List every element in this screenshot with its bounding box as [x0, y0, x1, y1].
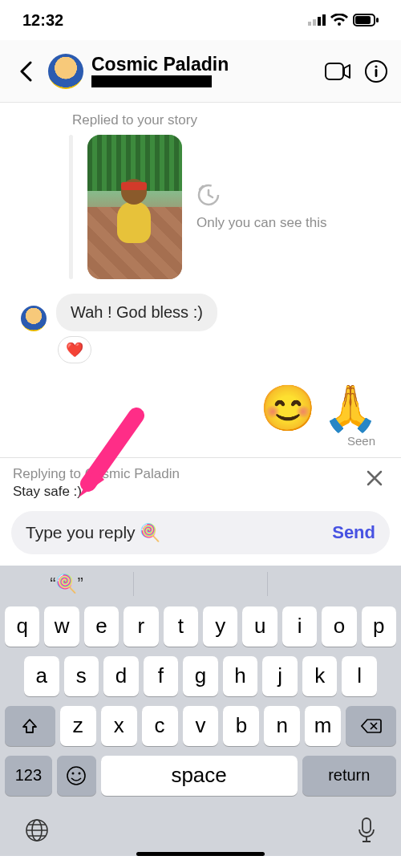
- composer: Send: [0, 505, 401, 566]
- story-reply-label: Replied to your story: [72, 112, 388, 128]
- key-w[interactable]: w: [44, 606, 79, 647]
- svg-rect-7: [326, 63, 343, 79]
- status-time: 12:32: [22, 11, 63, 30]
- svg-rect-1: [313, 19, 316, 26]
- key-a[interactable]: a: [24, 656, 59, 696]
- key-emoji[interactable]: [57, 756, 96, 796]
- reply-context-bar: Replying to Cosmic Paladin Stay safe :): [0, 457, 401, 505]
- svg-rect-3: [322, 14, 326, 26]
- keyboard-row-2: a s d f g h j k l: [5, 656, 396, 696]
- key-g[interactable]: g: [183, 656, 218, 696]
- message-input[interactable]: [26, 523, 324, 542]
- key-x[interactable]: x: [101, 706, 137, 746]
- status-indicators: [308, 14, 379, 26]
- story-visibility-note: Only you can see this: [196, 215, 327, 231]
- cellular-icon: [308, 14, 326, 26]
- suggestion-1[interactable]: “🍭”: [0, 572, 134, 596]
- key-e[interactable]: e: [84, 606, 119, 647]
- keyboard-bottom-bar: [0, 810, 401, 844]
- svg-point-13: [72, 772, 75, 774]
- key-d[interactable]: d: [103, 656, 139, 696]
- svg-point-12: [67, 767, 85, 785]
- svg-point-9: [375, 65, 377, 67]
- story-expiring-icon: [196, 183, 221, 207]
- story-side-info: Only you can see this: [196, 183, 327, 231]
- key-l[interactable]: l: [342, 656, 377, 696]
- keyboard-row-3: z x c v b n m: [5, 706, 396, 746]
- chat-title: Cosmic Paladin: [91, 55, 324, 74]
- key-backspace[interactable]: [346, 706, 396, 746]
- key-b[interactable]: b: [223, 706, 259, 746]
- wifi-icon: [330, 14, 348, 26]
- key-p[interactable]: p: [362, 606, 396, 647]
- key-space[interactable]: space: [101, 756, 298, 796]
- mic-icon[interactable]: [356, 817, 377, 844]
- chat-area: Replied to your story Only you can see t…: [0, 103, 401, 457]
- compose-pill: Send: [11, 511, 390, 554]
- key-c[interactable]: c: [142, 706, 178, 746]
- svg-rect-10: [375, 69, 378, 77]
- svg-rect-0: [308, 22, 311, 26]
- key-o[interactable]: o: [322, 606, 356, 647]
- reaction-heart[interactable]: ❤️: [58, 336, 91, 363]
- key-r[interactable]: r: [124, 606, 158, 647]
- info-button[interactable]: [363, 58, 390, 85]
- keyboard-row-1: q w e r t y u i o p: [5, 606, 396, 647]
- suggestion-3[interactable]: [268, 572, 401, 596]
- chat-header: Cosmic Paladin: [0, 40, 401, 103]
- sender-avatar[interactable]: [21, 306, 47, 331]
- svg-point-14: [79, 772, 81, 774]
- sent-emoji-row: 😊 🙏: [13, 363, 388, 432]
- key-j[interactable]: j: [262, 656, 298, 696]
- svg-rect-5: [355, 16, 371, 24]
- header-title-block[interactable]: Cosmic Paladin: [91, 55, 324, 87]
- suggestion-bar: “🍭”: [0, 566, 401, 603]
- key-t[interactable]: t: [164, 606, 198, 647]
- video-call-button[interactable]: [324, 58, 351, 85]
- svg-rect-17: [363, 818, 371, 833]
- back-button[interactable]: [11, 57, 40, 86]
- key-f[interactable]: f: [144, 656, 179, 696]
- key-n[interactable]: n: [264, 706, 300, 746]
- story-reply-row: Only you can see this: [69, 135, 388, 279]
- key-v[interactable]: v: [183, 706, 219, 746]
- avatar[interactable]: [48, 54, 83, 89]
- key-z[interactable]: z: [60, 706, 96, 746]
- globe-icon[interactable]: [24, 817, 50, 843]
- key-s[interactable]: s: [64, 656, 99, 696]
- keyboard: “🍭” q w e r t y u i o p a s d f g h j k …: [0, 566, 401, 856]
- story-quote-bar: [69, 135, 73, 279]
- status-bar: 12:32: [0, 0, 401, 40]
- key-k[interactable]: k: [302, 656, 338, 696]
- battery-icon: [353, 14, 379, 26]
- keyboard-row-4: 123 space return: [5, 756, 396, 796]
- key-shift[interactable]: [5, 706, 55, 746]
- key-u[interactable]: u: [242, 606, 277, 647]
- home-indicator[interactable]: [136, 852, 265, 856]
- key-q[interactable]: q: [5, 606, 39, 647]
- seen-indicator: Seen: [13, 432, 388, 454]
- svg-rect-6: [376, 18, 379, 22]
- annotation-arrow: [72, 408, 144, 480]
- key-numbers[interactable]: 123: [5, 756, 52, 796]
- key-y[interactable]: y: [203, 606, 237, 647]
- message-bubble[interactable]: Wah ! God bless :): [56, 294, 217, 331]
- message-row: Wah ! God bless :): [21, 294, 388, 331]
- suggestion-2[interactable]: [134, 572, 268, 596]
- svg-rect-2: [318, 17, 321, 26]
- key-i[interactable]: i: [282, 606, 317, 647]
- send-button[interactable]: Send: [324, 522, 375, 543]
- key-h[interactable]: h: [223, 656, 258, 696]
- story-thumbnail[interactable]: [87, 135, 182, 279]
- chat-subtitle-redacted: [91, 75, 212, 87]
- sent-emoji-smile[interactable]: 😊: [260, 386, 316, 431]
- key-return[interactable]: return: [302, 756, 397, 796]
- sent-emoji-pray[interactable]: 🙏: [322, 386, 379, 431]
- key-m[interactable]: m: [305, 706, 341, 746]
- reply-context-close-button[interactable]: [361, 466, 388, 490]
